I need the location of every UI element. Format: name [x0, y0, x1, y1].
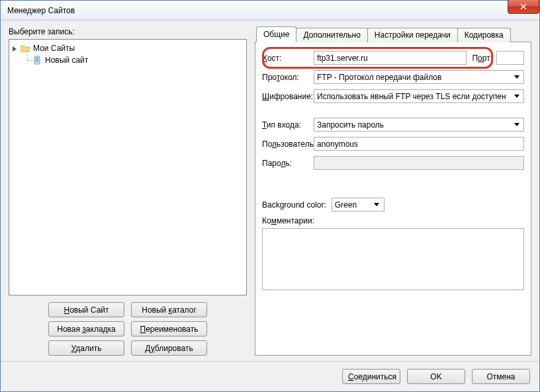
- tree-child-row[interactable]: Новый сайт: [11, 54, 245, 66]
- protocol-select[interactable]: FTP - Протокол передачи файлов: [314, 70, 524, 84]
- right-pane: Общие Дополнительно Настройки передачи К…: [255, 27, 531, 356]
- rename-button[interactable]: Переименовать: [131, 321, 207, 336]
- svg-rect-0: [34, 56, 40, 64]
- tree-connector: [24, 54, 32, 66]
- user-row: Пользователь:: [262, 136, 524, 151]
- password-input: [314, 156, 524, 170]
- window-title: Менеджер Сайтов: [7, 6, 75, 15]
- duplicate-button[interactable]: Дублировать: [131, 340, 207, 356]
- folder-icon: [20, 43, 30, 54]
- host-label: Хост:: [262, 54, 314, 63]
- port-input[interactable]: [496, 51, 524, 65]
- port-label: Порт:: [472, 54, 492, 63]
- encryption-row: Шифрование: Использовать явный FTP через…: [262, 89, 524, 104]
- user-input[interactable]: [314, 137, 524, 151]
- password-label: Пароль:: [262, 159, 314, 168]
- tree-child-label: Новый сайт: [45, 56, 88, 65]
- tab-transfer[interactable]: Настройки передачи: [367, 28, 458, 42]
- delete-button[interactable]: Удалить: [48, 340, 124, 356]
- protocol-value: FTP - Протокол передачи файлов: [317, 73, 441, 82]
- upper-area: Выберите запись: Мои Сайты: [9, 27, 531, 356]
- bgcolor-label: Background color:: [262, 200, 326, 210]
- encryption-select[interactable]: Использовать явный FTP через TLS если до…: [314, 89, 524, 103]
- comments-block: Комментарии:: [262, 216, 524, 292]
- tree-root-label: Мои Сайты: [33, 44, 75, 53]
- protocol-label: Протокол:: [262, 73, 314, 82]
- logon-select[interactable]: Запросить пароль: [314, 118, 524, 132]
- select-entry-label: Выберите запись:: [9, 27, 247, 36]
- tab-strip: Общие Дополнительно Настройки передачи К…: [256, 28, 531, 42]
- content-area: Выберите запись: Мои Сайты: [1, 20, 539, 391]
- user-label: Пользователь:: [262, 139, 314, 149]
- collapse-icon[interactable]: [11, 44, 19, 52]
- protocol-row: Протокол: FTP - Протокол передачи файлов: [262, 69, 524, 85]
- titlebar[interactable]: Менеджер Сайтов: [1, 1, 539, 20]
- encryption-label: Шифрование:: [262, 92, 314, 101]
- chevron-down-icon: [371, 199, 382, 210]
- close-icon: [520, 3, 527, 10]
- general-panel: Хост: Порт: Протокол: FTP - Протокол пер…: [255, 42, 531, 356]
- comments-label: Комментарии:: [262, 216, 314, 225]
- left-buttons: Новый Сайт Новый каталог Новая закладка …: [9, 302, 247, 356]
- new-site-button[interactable]: Новый Сайт: [48, 302, 124, 317]
- logon-row: Тип входа: Запросить пароль: [262, 117, 524, 132]
- host-input[interactable]: [314, 51, 467, 65]
- chevron-down-icon: [511, 91, 522, 102]
- bgcolor-row: Background color: Green: [262, 197, 524, 212]
- close-button[interactable]: [508, 0, 539, 14]
- site-tree[interactable]: Мои Сайты Новый сайт: [9, 39, 247, 295]
- chevron-down-icon: [511, 119, 522, 130]
- tab-general[interactable]: Общие: [256, 26, 296, 42]
- encryption-value: Использовать явный FTP через TLS если до…: [317, 92, 506, 101]
- bgcolor-select[interactable]: Green: [332, 198, 384, 212]
- tree-root-row[interactable]: Мои Сайты: [11, 42, 245, 54]
- host-row: Хост: Порт:: [262, 50, 524, 65]
- tab-advanced[interactable]: Дополнительно: [296, 28, 367, 42]
- chevron-down-icon: [511, 71, 522, 83]
- connect-button[interactable]: Соединиться: [342, 369, 400, 384]
- site-manager-window: Менеджер Сайтов Выберите запись: М: [0, 0, 540, 392]
- left-pane: Выберите запись: Мои Сайты: [9, 27, 247, 356]
- tab-charset[interactable]: Кодировка: [457, 28, 511, 42]
- svg-rect-2: [36, 59, 39, 60]
- svg-rect-1: [36, 58, 39, 58]
- logon-label: Тип входа:: [262, 120, 314, 130]
- new-folder-button[interactable]: Новый каталог: [131, 302, 207, 317]
- ok-button[interactable]: OK: [407, 369, 465, 384]
- bgcolor-value: Green: [335, 200, 357, 210]
- logon-value: Запросить пароль: [317, 120, 384, 130]
- new-bookmark-button[interactable]: Новая закладка: [48, 321, 124, 336]
- password-row: Пароль:: [262, 155, 524, 171]
- server-icon: [32, 55, 42, 65]
- cancel-button[interactable]: Отмена: [472, 369, 530, 384]
- svg-rect-3: [36, 61, 39, 61]
- comments-textarea[interactable]: [262, 228, 524, 290]
- footer: Соединиться OK Отмена: [1, 361, 539, 391]
